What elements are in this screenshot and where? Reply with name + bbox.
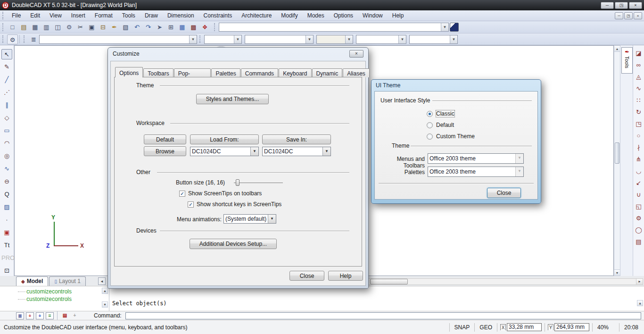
doc-small-icon[interactable]: ▤ (61, 312, 69, 319)
eraser-icon[interactable]: ◪ (633, 48, 644, 58)
scroll-down-icon[interactable]: ▼ (614, 269, 620, 276)
mdi-minimize-button[interactable]: ─ (615, 12, 623, 19)
browse-button[interactable]: Browse (144, 146, 186, 156)
lineweight-combo[interactable]: ▼ (316, 35, 353, 44)
print-icon[interactable]: ▥ (41, 22, 52, 32)
scroll-up-icon[interactable]: ▲ (614, 46, 620, 52)
menu-item-options[interactable]: Options (329, 11, 358, 20)
save-icon[interactable]: ▦ (30, 22, 41, 32)
button-size-slider[interactable] (234, 183, 283, 183)
line-icon[interactable]: ╱ (1, 75, 12, 85)
rotate-icon[interactable]: ↻ (633, 107, 644, 117)
scroll-down-icon[interactable]: ▼ (102, 301, 108, 308)
scroll-up-icon[interactable]: ▲ (102, 288, 108, 294)
tab-toolbars[interactable]: Toolbars (143, 68, 173, 77)
menu-item-insert[interactable]: Insert (66, 11, 90, 20)
menu-animations-combo[interactable]: (System default) ▼ (223, 214, 276, 224)
styles-and-themes-button[interactable]: Styles and Themes... (196, 94, 269, 104)
radio-default[interactable]: Default (427, 122, 454, 128)
circle-tool-icon[interactable]: ○ (633, 131, 644, 141)
selector-options-icon[interactable]: ➤ (154, 22, 165, 32)
menu-item-view[interactable]: View (45, 11, 66, 20)
scroll-up-icon[interactable]: ▲ (637, 300, 643, 306)
construction-line-icon[interactable]: ⋰ (1, 87, 12, 98)
calculator-icon[interactable]: ▩ (188, 22, 199, 32)
menu-item-edit[interactable]: Edit (25, 11, 45, 20)
crosshair-icon[interactable]: + (71, 312, 79, 319)
format-brush-icon[interactable]: ✒ (109, 22, 120, 32)
vertex-edit-icon[interactable]: ⋔ (633, 154, 644, 164)
x-coordinate-input[interactable]: 33,28 mm (507, 323, 542, 331)
select-region-icon[interactable]: ▧ (120, 22, 131, 32)
measure-icon[interactable]: ↙ (633, 178, 644, 188)
chevron-down-icon[interactable]: ▼ (398, 35, 406, 43)
chevron-down-icon[interactable]: ▼ (345, 35, 353, 43)
sketch-icon[interactable]: ⊡ (1, 266, 12, 276)
menus-toolbars-combo[interactable]: Office 2003 theme ▼ (428, 153, 524, 164)
layers-icon[interactable]: ≣ (28, 34, 39, 44)
spline-icon[interactable]: ∿ (1, 164, 12, 174)
hatch-icon[interactable]: ▨ (1, 202, 12, 212)
tab-model[interactable]: ◈ Model (16, 276, 48, 286)
radio-classic[interactable]: Classic (427, 110, 454, 117)
copy-entities-icon[interactable]: ∞ (633, 60, 644, 70)
menu-item-tools[interactable]: Tools (117, 11, 140, 20)
table-icon[interactable]: ▦ (177, 22, 188, 32)
image-preview-button[interactable] (450, 23, 459, 32)
text-icon[interactable]: Tt (1, 240, 12, 250)
color-combo[interactable]: ▼ (204, 35, 242, 44)
radio-button-icon[interactable] (427, 111, 433, 117)
y-coordinate-input[interactable]: 264,93 mm (554, 323, 589, 331)
menu-item-modes[interactable]: Modes (303, 11, 329, 20)
menu-item-format[interactable]: Format (90, 11, 117, 20)
circle-icon[interactable]: ◎ (1, 151, 12, 161)
radio-button-icon[interactable] (427, 122, 433, 128)
wave-icon[interactable]: ∿ (633, 84, 644, 93)
style-combo[interactable]: ▼ (219, 23, 449, 32)
layer-combo[interactable]: ▼ (39, 35, 197, 44)
load-from-button[interactable]: Load From: (190, 134, 259, 144)
stamp-icon[interactable]: ▤ (633, 237, 644, 247)
menu-item-modify[interactable]: Modify (276, 11, 302, 20)
copy-icon[interactable]: ▣ (86, 22, 97, 32)
console-scrollbar[interactable]: ▲ ▼ (637, 287, 643, 310)
equal-green-icon[interactable]: = (46, 312, 54, 319)
tools-palette-tab[interactable]: ✒ Tools (621, 47, 633, 74)
palettes-combo[interactable]: Office 2003 theme ▼ (428, 167, 524, 177)
arc-icon[interactable]: ◠ (1, 138, 12, 149)
paste-icon[interactable]: ⊟ (98, 22, 108, 32)
select-transform-icon[interactable]: ◳ (633, 119, 644, 129)
mirror-icon[interactable]: ◬ (633, 72, 644, 82)
scrollbar-thumb[interactable] (370, 279, 408, 284)
screentips-checkbox[interactable]: ✓ (179, 191, 185, 197)
trim-icon[interactable]: ∤ (633, 142, 644, 152)
select-arrow-icon[interactable]: ↖ (1, 49, 12, 59)
chevron-down-icon[interactable]: ▼ (450, 35, 457, 43)
chevron-down-icon[interactable]: ▼ (250, 147, 258, 156)
chevron-down-icon[interactable]: ▼ (234, 35, 241, 43)
ui-theme-close-button[interactable]: Close (487, 188, 521, 198)
radio-custom-theme[interactable]: Custom Theme (427, 133, 475, 140)
load-workspace-combo[interactable]: DC1024DC ▼ (190, 147, 259, 156)
minimize-button[interactable]: ─ (601, 2, 614, 9)
help-book-icon[interactable]: ❖ (199, 22, 210, 32)
shortcut-keys-checkbox[interactable]: ✓ (188, 201, 194, 208)
scroll-right-icon[interactable]: ▸ (636, 279, 643, 284)
tree-item[interactable]: customizecontrols (14, 288, 109, 295)
scale-combo[interactable]: ▼ (409, 35, 458, 44)
tab-dynamic-input[interactable]: Dynamic Input (312, 68, 343, 77)
tab-options[interactable]: Options (115, 67, 143, 77)
text-symbol-icon[interactable]: Q (1, 189, 12, 200)
polygon-icon[interactable]: ◇ (1, 113, 12, 123)
tab-palettes[interactable]: Palettes (211, 68, 240, 77)
pro-badge-icon[interactable]: PRO (1, 253, 12, 263)
add-blue-icon[interactable]: + (36, 312, 44, 319)
menu-item-help[interactable]: Help (388, 11, 409, 20)
dialog-close-button[interactable]: × (349, 50, 363, 58)
gear-icon[interactable]: ⚙ (7, 34, 18, 44)
point-icon[interactable]: · (1, 215, 12, 225)
tab-popup-toolbars[interactable]: Pop-UpToolbars (174, 68, 211, 77)
customize-help-button[interactable]: Help (328, 271, 363, 281)
print-preview-icon[interactable]: ◫ (52, 22, 63, 32)
undo-icon[interactable]: ↶ (132, 22, 142, 32)
